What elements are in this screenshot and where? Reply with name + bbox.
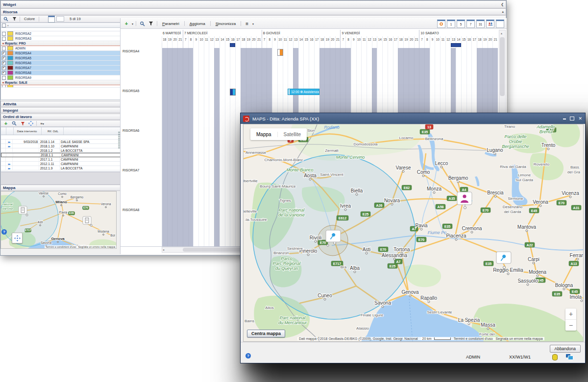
grid-cell[interactable] bbox=[177, 127, 183, 167]
grid-cell[interactable] bbox=[451, 48, 456, 88]
zoom-out-button[interactable]: − bbox=[565, 320, 576, 331]
grid-cell[interactable] bbox=[167, 48, 172, 88]
resource-checkbox[interactable] bbox=[2, 51, 6, 55]
grid-cell[interactable] bbox=[340, 48, 345, 88]
grid-cell[interactable] bbox=[193, 88, 198, 127]
risorsa-panel-header[interactable]: Risorsa▴ bbox=[0, 8, 506, 15]
resource-checkbox[interactable] bbox=[2, 32, 6, 36]
report-error-link[interactable]: Segnala un errore nella mappa bbox=[494, 337, 544, 340]
grid-cell[interactable] bbox=[319, 48, 325, 88]
grid-cell[interactable] bbox=[188, 167, 194, 207]
map-type-satellite-button[interactable]: Satellite bbox=[277, 132, 307, 137]
grid-cell[interactable] bbox=[283, 48, 288, 88]
grid-cell[interactable] bbox=[198, 48, 204, 88]
collapse-left-icon[interactable]: ❮ bbox=[501, 2, 504, 6]
report-error-link[interactable]: Segnala un errore nella mappa bbox=[78, 245, 115, 248]
help-icon[interactable]: ? bbox=[245, 353, 251, 358]
grid-cell[interactable] bbox=[367, 48, 372, 88]
grid-cell[interactable] bbox=[330, 48, 335, 88]
view-31-day-icon[interactable]: 31 bbox=[476, 20, 485, 28]
grid-cell[interactable] bbox=[409, 48, 414, 88]
chevron-up-icon[interactable]: ▴ bbox=[502, 10, 504, 14]
grid-cell[interactable] bbox=[382, 48, 388, 88]
move-icon[interactable] bbox=[27, 120, 34, 127]
grid-cell[interactable] bbox=[183, 127, 188, 167]
grid-cell[interactable] bbox=[167, 207, 172, 246]
scrollbar-thumb[interactable] bbox=[500, 37, 505, 96]
grid-cell[interactable] bbox=[298, 48, 304, 88]
grid-cell[interactable] bbox=[214, 127, 220, 167]
grid-cell[interactable] bbox=[377, 48, 382, 88]
group-collapse-icon[interactable]: ▾ bbox=[2, 42, 4, 45]
grid-cell[interactable] bbox=[272, 48, 277, 88]
grid-cell[interactable] bbox=[209, 48, 214, 88]
terms-link[interactable]: Termini e condizioni d'uso bbox=[452, 337, 494, 340]
grid-cell[interactable] bbox=[172, 127, 177, 167]
search-icon[interactable] bbox=[2, 16, 9, 22]
summary-event-bar[interactable] bbox=[230, 43, 235, 47]
grid-cell[interactable] bbox=[214, 167, 220, 207]
grid-cell[interactable] bbox=[162, 127, 167, 167]
colore-button[interactable]: Colore bbox=[22, 16, 37, 22]
grid-cell[interactable] bbox=[246, 48, 251, 88]
grid-cell[interactable] bbox=[162, 167, 167, 207]
grid-cell[interactable] bbox=[188, 88, 194, 127]
help-icon[interactable]: ? bbox=[1, 229, 7, 235]
grid-cell[interactable] bbox=[225, 127, 230, 167]
centra-mappa-button[interactable]: Centra mappa bbox=[247, 330, 285, 337]
grid-cell[interactable] bbox=[204, 127, 209, 167]
widget-panel-header[interactable]: Widget❮ bbox=[0, 0, 506, 8]
filter-input[interactable] bbox=[56, 16, 64, 22]
resource-checkbox[interactable] bbox=[2, 66, 6, 70]
grid-cell[interactable] bbox=[193, 127, 198, 167]
grid-cell[interactable] bbox=[198, 167, 204, 207]
grid-cell[interactable] bbox=[461, 48, 466, 88]
aggiorna-button[interactable]: Aggiorna bbox=[187, 21, 208, 27]
view-people-icon[interactable] bbox=[486, 20, 494, 28]
grid-cell[interactable] bbox=[198, 207, 204, 246]
grid-cell[interactable] bbox=[267, 48, 272, 88]
resource-checkbox[interactable] bbox=[2, 71, 6, 75]
grid-cell[interactable] bbox=[183, 88, 188, 127]
map-viewport[interactable]: 9E62E3513A22E62A26A4A35A58E70E45E70A31E3… bbox=[243, 124, 584, 342]
grid-cell[interactable] bbox=[324, 48, 330, 88]
grid-cell[interactable] bbox=[220, 48, 225, 88]
grid-cell[interactable] bbox=[172, 167, 177, 207]
grid-cell[interactable] bbox=[393, 48, 398, 88]
resource-checkbox[interactable] bbox=[2, 76, 6, 80]
grid-cell[interactable] bbox=[230, 167, 235, 207]
grid-cell[interactable] bbox=[424, 48, 430, 88]
filter-icon[interactable] bbox=[11, 16, 18, 22]
grid-cell[interactable] bbox=[172, 207, 177, 246]
resource-checkbox[interactable] bbox=[2, 37, 6, 41]
grid-cell[interactable] bbox=[435, 48, 440, 88]
pan-mode-button[interactable] bbox=[12, 233, 23, 243]
grid-cell[interactable] bbox=[177, 48, 183, 88]
grid-cell[interactable] bbox=[403, 48, 409, 88]
grid-cell[interactable] bbox=[251, 48, 256, 88]
filter-icon[interactable] bbox=[147, 21, 154, 27]
search-icon[interactable] bbox=[139, 21, 146, 27]
appointment-bar[interactable] bbox=[277, 49, 283, 56]
grid-cell[interactable] bbox=[193, 48, 198, 88]
grid-cell[interactable] bbox=[172, 88, 177, 127]
grid-cell[interactable] bbox=[183, 167, 188, 207]
group-collapse-icon[interactable]: ▾ bbox=[2, 81, 4, 84]
sincronizza-button[interactable]: Sincronizza bbox=[213, 21, 238, 27]
grid-cell[interactable] bbox=[188, 207, 194, 246]
map-canvas[interactable]: 9E62E3513A22E62A26A4A35A58E70E45E70A31E3… bbox=[244, 124, 583, 341]
grid-cell[interactable] bbox=[214, 207, 220, 246]
grid-cell[interactable] bbox=[177, 207, 183, 246]
grid-cell[interactable] bbox=[482, 48, 488, 88]
grid-cell[interactable] bbox=[230, 48, 235, 88]
resource-checkbox[interactable] bbox=[2, 85, 6, 88]
grid-cell[interactable] bbox=[430, 48, 435, 88]
grid-cell[interactable] bbox=[488, 48, 493, 88]
add-order-button[interactable]: + bbox=[2, 120, 9, 127]
grid-cell[interactable] bbox=[162, 48, 167, 88]
grid-cell[interactable] bbox=[309, 48, 314, 88]
appointment-bar[interactable]: 12:00Assistenza bbox=[288, 89, 319, 95]
grid-cell[interactable] bbox=[220, 127, 225, 167]
grid-cell[interactable] bbox=[204, 48, 209, 88]
grid-cell[interactable] bbox=[177, 167, 183, 207]
